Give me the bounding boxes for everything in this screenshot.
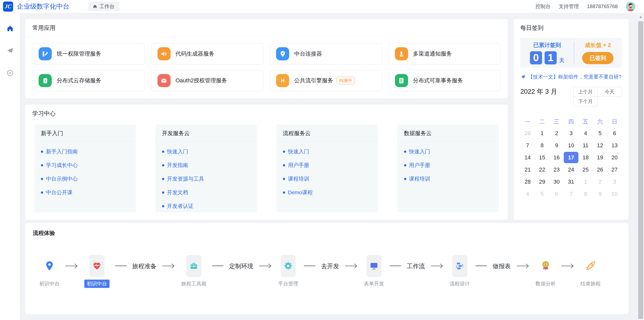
learning-link[interactable]: 用户手册 [404,162,492,169]
app-card[interactable]: 分布式云存储服务 [32,70,145,91]
flow-arrow-icon [561,263,575,270]
calendar-day[interactable]: 20 [607,152,622,163]
calendar-day[interactable]: 27 [607,164,622,175]
calendar-day[interactable]: 31 [564,176,578,187]
today-button[interactable]: 今天 [598,87,622,97]
journey-step[interactable]: 旅程工具箱 [181,255,206,287]
learning-link[interactable]: 开发资源与工具 [162,175,250,182]
learning-link[interactable]: 开发指南 [162,162,250,169]
calendar-day[interactable]: 17 [564,152,578,163]
calendar-day[interactable]: 22 [535,164,549,175]
calendar-day[interactable]: 30 [549,176,564,187]
learning-link[interactable]: 快速入门 [404,148,492,155]
medal-icon: 1 [540,260,551,272]
calendar-day[interactable]: 10 [564,140,578,151]
learning-link[interactable]: 中台示例中心 [41,175,129,182]
calendar-day[interactable]: 8 [578,188,593,200]
app-card[interactable]: 代码生成器服务 [151,43,263,64]
journey-step[interactable]: 初识中台 [39,255,60,287]
support-admin-link[interactable]: 支持管理 [559,3,579,10]
calendar-day[interactable]: 15 [535,152,549,163]
calendar-day[interactable]: 28 [520,176,535,187]
calendar-day[interactable]: 3 [564,128,578,139]
app-card[interactable]: 中台连接器 [270,43,382,64]
compass-icon[interactable] [6,69,14,77]
calendar-day[interactable]: 12 [593,140,607,151]
calendar-day[interactable]: 9 [549,140,564,151]
learning-link-label: Demo课程 [288,189,313,196]
app-logo[interactable]: JC [3,2,13,12]
console-link[interactable]: 控制台 [535,3,551,10]
signin-growth: 成长值 + 2 已签到 [574,41,622,64]
calendar-day[interactable]: 26 [593,164,607,175]
calendar-day[interactable]: 2 [549,128,564,139]
learning-link[interactable]: 学习成长中心 [41,162,129,169]
app-card[interactable]: 分布式可靠事务服务 [389,70,501,91]
days-digit: 1 [545,51,557,64]
learning-link[interactable]: 中台公开课 [41,189,129,196]
calendar-day[interactable]: 7 [564,188,578,200]
learning-column: 新手入门新手入门指南学习成长中心中台示例中心中台公开课 [34,125,136,212]
journey-step[interactable]: 初识中台 [84,255,110,288]
learning-link-label: 学习成长中心 [46,162,78,169]
calendar-day[interactable]: 7 [520,140,535,151]
tab-workbench[interactable]: 工作台 [88,2,119,11]
learning-link[interactable]: 快速入门 [283,148,371,155]
learning-link[interactable]: 开发者认证 [162,203,250,210]
calendar-day[interactable]: 5 [535,188,549,200]
journey-step[interactable]: 流程设计 [450,255,470,287]
journey-step[interactable]: 1数据分析 [535,255,556,287]
calendar-day[interactable]: 28 [520,128,535,139]
phone-number[interactable]: 18878765768 [587,4,618,9]
calendar-day[interactable]: 18 [578,152,593,163]
calendar-day[interactable]: 14 [520,152,535,163]
learning-link[interactable]: 课程培训 [283,175,371,182]
calendar-day[interactable]: 16 [549,152,564,163]
calendar-day[interactable]: 8 [535,140,549,151]
calendar-day[interactable]: 24 [564,164,578,175]
journey-step[interactable]: 平台管理 [278,255,298,287]
calendar-day[interactable]: 23 [549,164,564,175]
calendar-day[interactable]: 21 [520,164,535,175]
calendar-day[interactable]: 5 [593,128,607,139]
calendar-day[interactable]: 4 [578,128,593,139]
learning-link[interactable]: Demo课程 [283,189,371,196]
calendar-day[interactable]: 10 [607,188,622,200]
learning-link[interactable]: 新手入门指南 [41,148,129,155]
calendar-day[interactable]: 25 [578,164,593,175]
app-card[interactable]: 统一权限管理服务 [32,43,145,64]
journey-title: 流程体验 [33,230,55,236]
next-month-button[interactable]: 下个月 [573,96,598,106]
calendar-day[interactable]: 6 [549,188,564,200]
app-card[interactable]: H公共流引擎服务内测中 [270,70,382,91]
news-link[interactable]: 【技术一文】框架组件，究竟要不要自研? [520,73,622,80]
learning-link[interactable]: 快速入门 [162,148,250,155]
calendar-day[interactable]: 4 [520,188,535,200]
calendar-day[interactable]: 29 [535,176,549,187]
learning-link[interactable]: 用户手册 [283,162,371,169]
calendar-day[interactable]: 19 [593,152,607,163]
calendar-day[interactable]: 2 [593,176,607,187]
calendar-day[interactable]: 13 [607,140,622,151]
avatar[interactable] [626,2,635,11]
journey-step[interactable]: 结束旅程 [580,255,601,287]
calendar-day[interactable]: 1 [578,176,593,187]
calendar-day[interactable]: 6 [607,128,622,139]
scroll-up-icon[interactable]: ▲ [637,13,644,20]
app-card[interactable]: Oauth2授权管理服务 [151,70,263,91]
calendar-day[interactable]: 1 [535,128,549,139]
learning-link[interactable]: 课程培训 [404,175,492,182]
prev-month-button[interactable]: 上个月 [573,87,598,97]
calendar-day[interactable]: 3 [607,176,622,187]
learning-link-label: 开发资源与工具 [167,175,204,182]
calendar-weekday: 四 [564,118,578,126]
scrollbar-thumb[interactable] [638,21,643,319]
send-icon[interactable] [6,47,14,55]
learning-link[interactable]: 开发文档 [162,189,250,196]
calendar-day[interactable]: 11 [578,140,593,151]
signed-in-button[interactable]: 已签到 [582,52,613,64]
journey-step[interactable]: 表单开发 [364,255,384,287]
home-icon[interactable] [6,25,14,32]
calendar-day[interactable]: 9 [593,188,607,200]
app-card[interactable]: 多渠道通知服务 [389,43,501,64]
